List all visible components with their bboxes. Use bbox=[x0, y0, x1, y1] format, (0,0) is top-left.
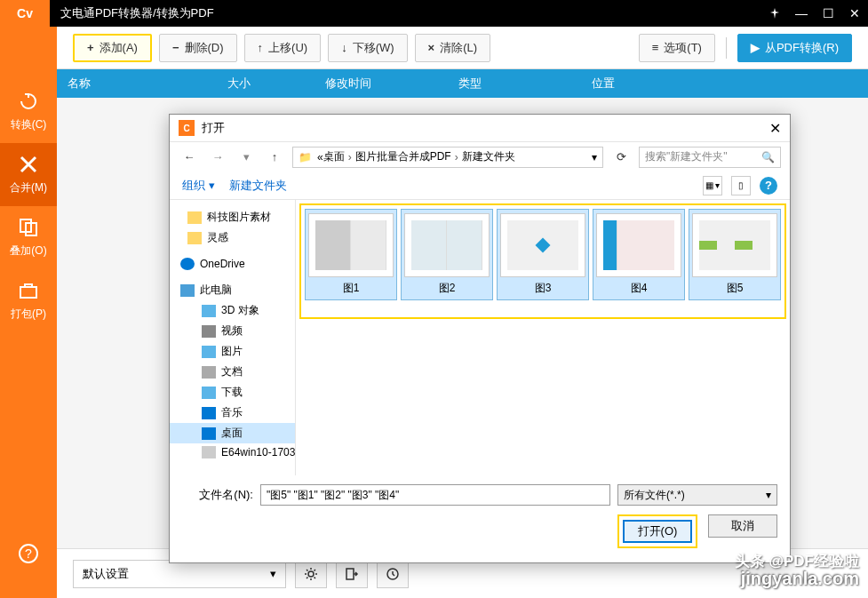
nav-back[interactable]: ← bbox=[179, 150, 200, 163]
merge-icon bbox=[18, 154, 39, 175]
tree-item[interactable]: 下载 bbox=[170, 382, 295, 403]
close-button[interactable]: ✕ bbox=[841, 0, 868, 27]
file-item[interactable]: 图1 bbox=[305, 209, 397, 300]
sidebar-item-merge[interactable]: 合并(M) bbox=[0, 143, 57, 206]
maximize-button[interactable]: ☐ bbox=[815, 0, 841, 27]
tree-item-pc[interactable]: 此电脑 bbox=[170, 280, 295, 300]
gear-icon bbox=[304, 567, 318, 581]
cancel-button[interactable]: 取消 bbox=[708, 514, 777, 538]
overlay-icon bbox=[18, 217, 39, 238]
tree-item[interactable]: 3D 对象 bbox=[170, 300, 295, 321]
sidebar-item-convert[interactable]: 转换(C) bbox=[0, 80, 57, 143]
view-mode-button[interactable]: ▦ ▾ bbox=[703, 176, 722, 195]
col-time[interactable]: 修改时间 bbox=[315, 76, 448, 92]
dialog-footer: 文件名(N): 所有文件(*.*)▾ 打开(O) 取消 bbox=[170, 475, 790, 562]
tree-item[interactable]: 文档 bbox=[170, 362, 295, 382]
tree-item-onedrive[interactable]: OneDrive bbox=[170, 255, 295, 273]
move-up-button[interactable]: ↑上移(U) bbox=[244, 34, 322, 62]
open-button[interactable]: 打开(O) bbox=[623, 520, 692, 543]
sidebar: 转换(C) 合并(M) 叠加(O) 打包(P) ? bbox=[0, 27, 57, 598]
preset-dropdown[interactable]: 默认设置▾ bbox=[73, 560, 286, 588]
drive-icon bbox=[202, 446, 216, 458]
sidebar-label: 打包(P) bbox=[11, 307, 46, 322]
sidebar-help[interactable]: ? bbox=[0, 532, 57, 580]
file-thumbnail bbox=[404, 213, 490, 277]
sidebar-item-overlay[interactable]: 叠加(O) bbox=[0, 206, 57, 269]
col-location[interactable]: 位置 bbox=[581, 76, 868, 92]
downloads-icon bbox=[202, 387, 216, 399]
svg-rect-6 bbox=[346, 569, 354, 579]
tree-item-desktop[interactable]: 桌面 bbox=[170, 423, 295, 443]
export-icon bbox=[345, 567, 359, 581]
col-name[interactable]: 名称 bbox=[57, 76, 217, 92]
documents-icon bbox=[202, 366, 216, 379]
file-item[interactable]: 图3 bbox=[497, 209, 589, 300]
export-button[interactable] bbox=[336, 560, 368, 588]
move-down-button[interactable]: ↓下移(W) bbox=[328, 34, 407, 62]
sidebar-label: 转换(C) bbox=[11, 117, 47, 132]
tree-item[interactable]: E64win10-1703 bbox=[170, 443, 295, 461]
file-thumbnail bbox=[500, 213, 585, 277]
remove-button[interactable]: −删除(D) bbox=[159, 34, 237, 62]
pc-icon bbox=[180, 284, 195, 297]
dialog-nav: ← → ▾ ↑ 📁 « 桌面› 图片批量合并成PDF› 新建文件夹 ▾ ⟳ 搜索… bbox=[170, 141, 790, 171]
filename-input[interactable] bbox=[260, 484, 610, 506]
dialog-toolbar: 组织 ▾ 新建文件夹 ▦ ▾ ▯ ? bbox=[170, 171, 790, 200]
search-input[interactable]: 搜索"新建文件夹" 🔍 bbox=[639, 147, 781, 168]
folder-icon bbox=[187, 232, 202, 244]
file-item[interactable]: 图2 bbox=[401, 209, 493, 300]
breadcrumb[interactable]: 📁 « 桌面› 图片批量合并成PDF› 新建文件夹 ▾ bbox=[292, 147, 603, 168]
sidebar-label: 叠加(O) bbox=[10, 243, 46, 259]
help-button[interactable]: ? bbox=[760, 177, 777, 195]
organize-menu[interactable]: 组织 ▾ bbox=[182, 178, 215, 194]
settings-button[interactable] bbox=[295, 560, 327, 588]
col-size[interactable]: 大小 bbox=[217, 76, 315, 92]
convert-from-pdf-button[interactable]: ▶从PDF转换(R) bbox=[737, 34, 852, 62]
col-type[interactable]: 类型 bbox=[448, 76, 581, 92]
sidebar-item-package[interactable]: 打包(P) bbox=[0, 269, 57, 332]
open-dialog: C 打开 ✕ ← → ▾ ↑ 📁 « 桌面› 图片批量合并成PDF› 新建文件夹… bbox=[169, 114, 791, 563]
tree-item[interactable]: 音乐 bbox=[170, 403, 295, 423]
file-item[interactable]: 图5 bbox=[689, 209, 781, 300]
list-header: 名称 大小 修改时间 类型 位置 bbox=[57, 69, 868, 98]
pictures-icon bbox=[202, 346, 216, 358]
app-logo: Cv bbox=[0, 0, 50, 27]
window-title: 文电通PDF转换器/转换为PDF bbox=[50, 5, 761, 21]
svg-point-5 bbox=[308, 571, 314, 577]
onedrive-icon bbox=[180, 258, 195, 270]
tree-item[interactable]: 灵感 bbox=[170, 227, 295, 248]
music-icon bbox=[202, 407, 216, 419]
filename-label: 文件名(N): bbox=[182, 487, 253, 503]
history-button[interactable] bbox=[377, 560, 409, 588]
minimize-button[interactable]: — bbox=[788, 0, 815, 27]
file-thumbnail bbox=[308, 213, 394, 277]
video-icon bbox=[202, 325, 216, 338]
3d-icon bbox=[202, 305, 216, 317]
dialog-logo: C bbox=[179, 120, 195, 136]
folder-tree: 科技图片素材 灵感 OneDrive 此电脑 3D 对象 视频 图片 文档 下载… bbox=[170, 200, 296, 475]
file-item[interactable]: 图4 bbox=[593, 209, 685, 300]
nav-up[interactable]: ↑ bbox=[264, 150, 285, 163]
file-type-filter[interactable]: 所有文件(*.*)▾ bbox=[617, 484, 777, 506]
file-list: 图1 图2 图3 图4 图5 bbox=[296, 200, 790, 475]
nav-refresh[interactable]: ⟳ bbox=[610, 150, 632, 163]
folder-icon: 📁 bbox=[299, 151, 312, 163]
clock-icon bbox=[386, 567, 400, 581]
tree-item[interactable]: 视频 bbox=[170, 321, 295, 341]
nav-recent[interactable]: ▾ bbox=[235, 150, 257, 163]
clear-button[interactable]: ×清除(L) bbox=[415, 34, 490, 62]
svg-text:?: ? bbox=[25, 546, 32, 561]
dialog-close-button[interactable]: ✕ bbox=[769, 120, 781, 137]
file-thumbnail bbox=[692, 213, 777, 277]
watermark-url: jingyanla.com bbox=[741, 569, 859, 589]
options-button[interactable]: ≡选项(T) bbox=[639, 34, 715, 62]
tree-item[interactable]: 图片 bbox=[170, 341, 295, 362]
pin-button[interactable] bbox=[761, 0, 788, 27]
add-button[interactable]: +添加(A) bbox=[73, 34, 152, 62]
new-folder-button[interactable]: 新建文件夹 bbox=[229, 178, 287, 194]
help-icon: ? bbox=[18, 543, 39, 564]
tree-item[interactable]: 科技图片素材 bbox=[170, 207, 295, 227]
nav-forward[interactable]: → bbox=[207, 150, 228, 163]
svg-rect-2 bbox=[20, 287, 36, 298]
preview-pane-button[interactable]: ▯ bbox=[731, 176, 751, 195]
